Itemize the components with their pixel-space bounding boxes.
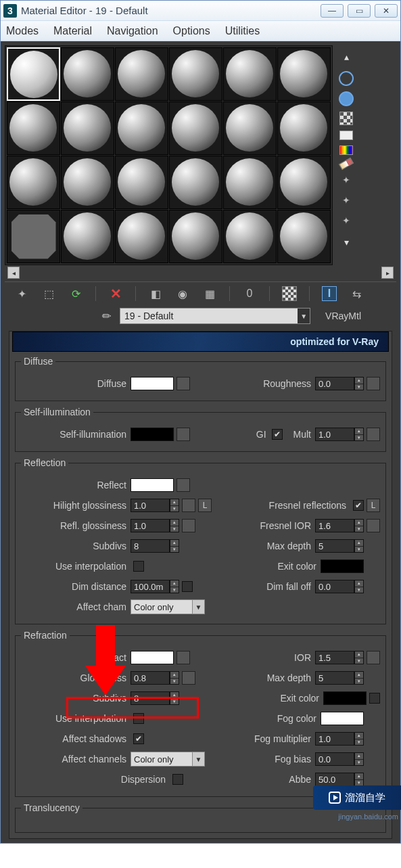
reflect-color-swatch[interactable] <box>131 478 174 492</box>
refl-exitcolor-swatch[interactable] <box>321 559 364 573</box>
scroll-down-icon[interactable]: ▾ <box>337 233 355 251</box>
refr-subdivs-spinner[interactable]: ▴▾ <box>170 691 179 705</box>
refl-affect-channels-dropdown[interactable]: Color only ▼ <box>131 599 205 614</box>
sample-slot-2[interactable] <box>61 47 114 101</box>
refr-exitcolor-checkbox[interactable] <box>369 693 380 704</box>
refr-maxdepth-input[interactable]: 5 <box>315 671 354 685</box>
scroll-up-icon[interactable]: ▴ <box>337 48 355 66</box>
dispersion-checkbox[interactable] <box>172 774 183 785</box>
sample-slot-4[interactable] <box>169 47 222 101</box>
refl-useinterp-checkbox[interactable] <box>133 561 144 572</box>
menu-utilities[interactable]: Utilities <box>225 25 260 37</box>
material-type-button[interactable]: VRayMtl <box>317 311 369 321</box>
refr-gloss-spinner[interactable]: ▴▾ <box>170 671 179 685</box>
fresnel-ior-input[interactable]: 1.6 <box>315 519 354 532</box>
close-button[interactable]: ✕ <box>375 4 398 18</box>
sample-slot-19[interactable] <box>7 210 60 263</box>
select-by-material-icon[interactable]: ✦ <box>339 193 354 208</box>
sample-slot-6[interactable] <box>277 47 331 101</box>
menu-material[interactable]: Material <box>53 25 92 37</box>
refl-gloss-map-button[interactable] <box>182 519 195 532</box>
fresnel-ior-map-button[interactable] <box>367 519 380 532</box>
material-name-input[interactable]: 19 - Default ▼ <box>120 308 310 324</box>
sample-slot-9[interactable] <box>115 101 168 155</box>
gi-checkbox[interactable] <box>272 429 283 440</box>
mult-spinner[interactable]: ▴▾ <box>354 428 364 441</box>
sample-slot-16[interactable] <box>169 156 222 209</box>
selfillum-color-swatch[interactable] <box>131 428 174 441</box>
sample-slot-13[interactable] <box>7 156 60 209</box>
refr-affect-channels-dropdown[interactable]: Color only ▼ <box>131 752 205 767</box>
options-icon[interactable]: ✦ <box>339 173 354 187</box>
roughness-spinner[interactable]: ▴▾ <box>354 377 364 390</box>
background-icon[interactable] <box>339 112 353 125</box>
fresnel-checkbox[interactable] <box>353 500 364 511</box>
sample-uv-icon[interactable] <box>339 131 353 140</box>
dim-falloff-spinner[interactable]: ▴▾ <box>354 580 364 593</box>
refl-maxdepth-spinner[interactable]: ▴▾ <box>354 539 364 553</box>
fogcolor-swatch[interactable] <box>321 712 364 725</box>
sample-slot-23[interactable] <box>223 210 277 263</box>
go-to-parent-icon[interactable]: ⇆ <box>349 286 364 301</box>
affect-shadows-checkbox[interactable] <box>133 733 144 744</box>
material-map-nav-icon[interactable]: ✦ <box>339 213 354 228</box>
sample-slot-11[interactable] <box>223 101 277 155</box>
mult-map-button[interactable] <box>367 428 380 441</box>
sample-slot-20[interactable] <box>61 210 114 263</box>
dim-distance-checkbox[interactable] <box>182 581 193 592</box>
maximize-button[interactable]: ▭ <box>348 4 371 18</box>
diffuse-color-swatch[interactable] <box>131 377 174 390</box>
selfillum-map-button[interactable] <box>176 428 190 441</box>
reset-map-icon[interactable]: ✕ <box>108 286 123 301</box>
sample-slot-22[interactable] <box>169 210 222 263</box>
ior-map-button[interactable] <box>367 651 380 664</box>
sample-slot-21[interactable] <box>115 210 168 263</box>
put-to-library-icon[interactable]: ▦ <box>202 286 217 301</box>
scroll-left-button[interactable]: ◂ <box>7 267 20 279</box>
fogbias-spinner[interactable]: ▴▾ <box>354 752 364 766</box>
reflect-map-button[interactable] <box>176 478 190 492</box>
make-copy-icon[interactable]: ◧ <box>148 286 163 301</box>
sample-slot-12[interactable] <box>277 101 331 155</box>
sample-slot-24[interactable] <box>277 210 331 263</box>
make-preview-icon[interactable] <box>339 158 354 170</box>
refr-exitcolor-swatch[interactable] <box>323 691 367 705</box>
make-unique-icon[interactable]: ◉ <box>175 286 190 301</box>
sample-type-icon[interactable] <box>339 71 354 86</box>
material-id-icon[interactable]: 0 <box>242 286 257 301</box>
refr-subdivs-input[interactable]: 8 <box>131 691 170 705</box>
sample-slot-1[interactable] <box>7 47 60 101</box>
sample-slot-5[interactable] <box>223 47 277 101</box>
pick-material-icon[interactable]: ✎ <box>97 306 116 325</box>
video-color-icon[interactable] <box>339 145 353 155</box>
hilight-lock-button[interactable]: L <box>198 499 212 512</box>
show-end-result-icon[interactable]: I <box>322 286 337 301</box>
scroll-right-button[interactable]: ▸ <box>381 267 394 279</box>
fresnel-lock-button[interactable]: L <box>367 499 380 512</box>
refr-gloss-input[interactable]: 0.8 <box>131 671 170 685</box>
menu-navigation[interactable]: Navigation <box>107 25 158 37</box>
refl-gloss-spinner[interactable]: ▴▾ <box>170 519 179 532</box>
dim-distance-spinner[interactable]: ▴▾ <box>170 580 179 593</box>
fogbias-input[interactable]: 0.0 <box>315 752 354 766</box>
assign-to-selection-icon[interactable]: ⟳ <box>68 286 83 301</box>
refl-subdivs-input[interactable]: 8 <box>131 539 170 553</box>
sample-slot-10[interactable] <box>169 101 222 155</box>
ior-spinner[interactable]: ▴▾ <box>354 651 364 664</box>
refl-gloss-input[interactable]: 1.0 <box>131 519 170 532</box>
sample-slot-17[interactable] <box>223 156 277 209</box>
hilight-gloss-spinner[interactable]: ▴▾ <box>170 499 179 512</box>
sample-slot-7[interactable] <box>7 101 60 155</box>
mult-input[interactable]: 1.0 <box>315 428 354 441</box>
refl-maxdepth-input[interactable]: 5 <box>315 539 354 553</box>
abbe-input[interactable]: 50.0 <box>315 773 354 786</box>
material-name-dropdown-icon[interactable]: ▼ <box>298 309 310 323</box>
fogmult-input[interactable]: 1.0 <box>315 732 354 746</box>
backlight-icon[interactable] <box>339 91 354 106</box>
dim-distance-input[interactable]: 100.0m <box>131 580 170 593</box>
refl-subdivs-spinner[interactable]: ▴▾ <box>170 539 179 553</box>
get-material-icon[interactable]: ✦ <box>14 286 29 301</box>
refr-maxdepth-spinner[interactable]: ▴▾ <box>354 671 364 685</box>
roughness-input[interactable]: 0.0 <box>315 377 354 390</box>
menu-options[interactable]: Options <box>173 25 210 37</box>
